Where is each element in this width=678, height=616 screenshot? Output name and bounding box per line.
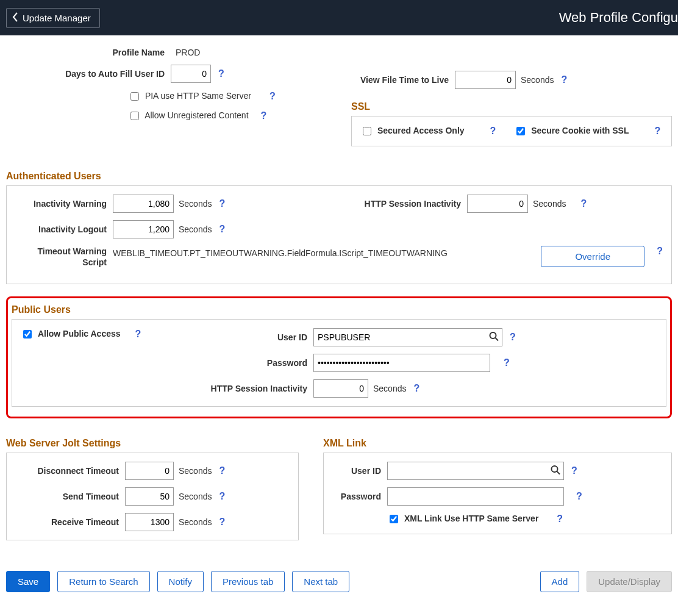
receive-input[interactable] — [125, 513, 174, 531]
seconds-label: Seconds — [179, 224, 212, 234]
seconds-label: Seconds — [179, 517, 212, 527]
disconnect-label: Disconnect Timeout — [15, 466, 125, 476]
search-icon[interactable] — [489, 332, 499, 343]
view-file-ttl-label: View File Time to Live — [351, 75, 455, 85]
send-input[interactable] — [125, 487, 174, 506]
seconds-label: Seconds — [179, 466, 212, 476]
help-icon[interactable]: ? — [557, 514, 563, 525]
public-users-highlight: Public Users Allow Public Access ? User … — [6, 296, 672, 418]
override-button[interactable]: Override — [541, 246, 644, 267]
svg-line-3 — [557, 471, 560, 475]
help-icon[interactable]: ? — [571, 465, 577, 476]
save-button[interactable]: Save — [6, 571, 50, 592]
back-button[interactable]: Update Manager — [6, 8, 100, 28]
receive-label: Receive Timeout — [15, 517, 125, 527]
xml-same-server-wrap[interactable]: XML Link Use HTTP Same Server — [387, 513, 538, 525]
help-icon[interactable]: ? — [219, 224, 225, 235]
timeout-script-value: WEBLIB_TIMEOUT.PT_TIMEOUTWARNING.FieldFo… — [113, 246, 541, 258]
jolt-fieldset: Disconnect Timeout Seconds ? Send Timeou… — [6, 453, 299, 540]
public-http-session-input[interactable] — [313, 379, 368, 398]
help-icon[interactable]: ? — [219, 491, 225, 502]
search-icon[interactable] — [551, 465, 560, 477]
add-button[interactable]: Add — [540, 571, 580, 592]
chevron-left-icon — [12, 12, 19, 24]
help-icon[interactable]: ? — [218, 68, 224, 79]
help-icon[interactable]: ? — [269, 91, 276, 102]
seconds-label: Seconds — [373, 384, 406, 393]
inactivity-logout-input[interactable] — [113, 220, 174, 238]
return-to-search-button[interactable]: Return to Search — [57, 571, 149, 592]
ssl-title: SSL — [351, 101, 672, 112]
pia-same-server-label: PIA use HTTP Same Server — [145, 91, 251, 101]
allow-unreg-checkbox-wrap[interactable]: Allow Unregistered Content — [128, 110, 249, 122]
profile-name-label: Profile Name — [6, 48, 171, 57]
footer-bar: Save Return to Search Notify Previous ta… — [0, 565, 678, 598]
allow-public-checkbox[interactable] — [23, 330, 32, 338]
help-icon[interactable]: ? — [219, 465, 225, 476]
inactivity-warning-label: Inactivity Warning — [15, 199, 113, 209]
svg-line-1 — [496, 338, 499, 341]
auth-http-session-input[interactable] — [467, 195, 528, 213]
xml-userid-input[interactable] — [387, 462, 564, 480]
next-tab-button[interactable]: Next tab — [292, 571, 349, 592]
public-password-label: Password — [191, 358, 313, 368]
page-title: Web Profile Configu — [559, 10, 678, 26]
xml-userid-label: User ID — [332, 466, 387, 476]
help-icon[interactable]: ? — [655, 126, 661, 137]
help-icon[interactable]: ? — [657, 246, 663, 257]
xml-same-server-checkbox[interactable] — [390, 515, 398, 523]
xml-same-server-label: XML Link Use HTTP Same Server — [404, 514, 538, 523]
secure-cookie-label: Secure Cookie with SSL — [531, 126, 629, 135]
inactivity-logout-label: Inactivity Logout — [15, 224, 113, 234]
public-users-title: Public Users — [12, 304, 666, 315]
svg-point-0 — [490, 332, 496, 338]
public-userid-input[interactable] — [313, 328, 502, 346]
svg-point-2 — [552, 466, 558, 472]
help-icon[interactable]: ? — [135, 329, 141, 340]
secured-only-checkbox[interactable] — [363, 127, 371, 135]
auth-users-fieldset: Inactivity Warning Seconds ? Inactivity … — [6, 185, 672, 284]
pia-same-server-checkbox[interactable] — [130, 92, 139, 101]
pia-same-server-checkbox-wrap[interactable]: PIA use HTTP Same Server — [128, 90, 251, 102]
help-icon[interactable]: ? — [219, 198, 225, 209]
help-icon[interactable]: ? — [504, 357, 510, 368]
secure-cookie-checkbox[interactable] — [516, 127, 525, 135]
help-icon[interactable]: ? — [580, 198, 587, 209]
seconds-label: Seconds — [179, 199, 212, 209]
secured-only-wrap[interactable]: Secured Access Only — [360, 125, 465, 137]
help-icon[interactable]: ? — [561, 74, 567, 85]
inactivity-warning-input[interactable] — [113, 195, 174, 213]
help-icon[interactable]: ? — [576, 491, 582, 502]
public-password-input[interactable] — [313, 354, 490, 372]
help-icon[interactable]: ? — [219, 517, 225, 528]
secure-cookie-wrap[interactable]: Secure Cookie with SSL — [514, 125, 629, 137]
update-display-button: Update/Display — [587, 571, 672, 592]
auth-users-title: Authenticated Users — [6, 171, 672, 182]
xmllink-fieldset: User ID ? Password ? — [323, 453, 672, 534]
send-label: Send Timeout — [15, 492, 125, 501]
top-bar: Update Manager Web Profile Configu — [0, 0, 678, 35]
help-icon[interactable]: ? — [490, 126, 496, 137]
allow-public-label: Allow Public Access — [38, 329, 121, 338]
public-http-session-label: HTTP Session Inactivity — [191, 384, 313, 393]
jolt-title: Web Server Jolt Settings — [6, 438, 299, 449]
help-icon[interactable]: ? — [261, 110, 267, 121]
allow-public-wrap[interactable]: Allow Public Access — [21, 328, 121, 340]
help-icon[interactable]: ? — [413, 383, 419, 394]
days-autofill-input[interactable] — [171, 65, 211, 83]
secured-only-label: Secured Access Only — [377, 126, 465, 135]
auth-http-session-label: HTTP Session Inactivity — [351, 199, 467, 209]
days-autofill-label: Days to Auto Fill User ID — [6, 69, 171, 79]
notify-button[interactable]: Notify — [157, 571, 204, 592]
allow-unreg-checkbox[interactable] — [130, 112, 139, 120]
previous-tab-button[interactable]: Previous tab — [211, 571, 285, 592]
allow-unreg-label: Allow Unregistered Content — [145, 110, 248, 120]
help-icon[interactable]: ? — [510, 332, 516, 343]
xmllink-title: XML Link — [323, 438, 672, 449]
disconnect-input[interactable] — [125, 462, 174, 480]
timeout-script-label: Timeout Warning Script — [15, 246, 113, 268]
xml-password-input[interactable] — [387, 487, 564, 506]
view-file-ttl-input[interactable] — [455, 71, 516, 89]
seconds-label: Seconds — [533, 199, 566, 209]
seconds-label: Seconds — [179, 492, 212, 501]
